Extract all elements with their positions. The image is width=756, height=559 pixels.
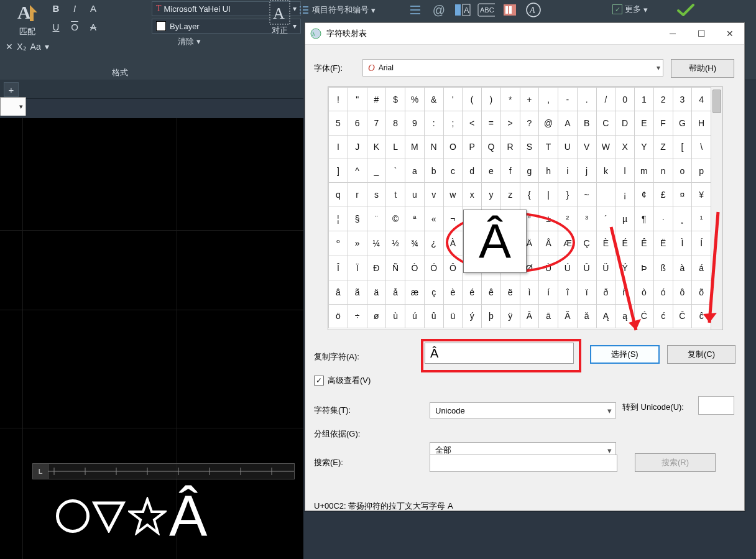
- char-cell[interactable]: t: [386, 183, 405, 206]
- char-cell[interactable]: ¢: [635, 183, 654, 206]
- char-cell[interactable]: è: [443, 280, 463, 304]
- small-tool-3[interactable]: Aa: [30, 41, 41, 52]
- char-cell[interactable]: ,: [539, 88, 558, 111]
- column-icon[interactable]: A: [454, 2, 471, 17]
- char-cell[interactable]: X: [615, 135, 635, 159]
- new-tab-button[interactable]: +: [4, 82, 19, 97]
- char-cell[interactable]: ³: [577, 206, 596, 231]
- char-cell[interactable]: þ: [482, 304, 501, 328]
- char-cell[interactable]: A: [558, 111, 578, 135]
- char-cell[interactable]: Ï: [348, 256, 367, 280]
- abc-icon[interactable]: ABC: [477, 2, 495, 17]
- char-cell[interactable]: ¾: [405, 231, 425, 256]
- char-cell[interactable]: f: [500, 159, 520, 182]
- small-tool-2[interactable]: X₂: [17, 41, 26, 52]
- char-cell[interactable]: J: [348, 135, 367, 159]
- char-cell[interactable]: º: [329, 231, 348, 256]
- char-cell[interactable]: Ò: [405, 256, 425, 280]
- clear-format[interactable]: 清除 ▾: [178, 36, 201, 47]
- more-dropdown[interactable]: ✓ 更多 ▾: [612, 4, 648, 15]
- char-cell[interactable]: ¤: [673, 183, 692, 206]
- char-cell[interactable]: Æ: [558, 231, 578, 256]
- char-cell[interactable]: §: [348, 206, 367, 231]
- char-cell[interactable]: ü: [443, 304, 463, 328]
- char-cell[interactable]: ¡: [615, 183, 635, 206]
- char-cell[interactable]: ´: [596, 206, 615, 231]
- char-cell[interactable]: Ý: [615, 256, 635, 280]
- char-cell[interactable]: 7: [367, 111, 386, 135]
- char-cell[interactable]: ¸: [673, 206, 692, 231]
- char-cell[interactable]: ¹: [692, 206, 711, 231]
- char-cell[interactable]: [: [673, 135, 692, 159]
- char-cell[interactable]: n: [653, 159, 673, 182]
- char-cell[interactable]: +: [520, 88, 539, 111]
- char-cell[interactable]: Ê: [635, 231, 654, 256]
- small-tool-1[interactable]: ✕: [6, 41, 13, 52]
- font-select[interactable]: O Arial ▾: [362, 59, 663, 76]
- char-cell[interactable]: æ: [405, 280, 425, 304]
- char-cell[interactable]: :: [424, 111, 443, 135]
- char-cell[interactable]: m: [635, 159, 654, 182]
- char-cell[interactable]: ©: [386, 206, 405, 231]
- char-cell[interactable]: O: [443, 135, 463, 159]
- underline-icon[interactable]: U: [48, 20, 63, 34]
- char-cell[interactable]: _: [367, 159, 386, 182]
- char-cell[interactable]: ù: [386, 304, 405, 328]
- char-cell[interactable]: ?: [520, 111, 539, 135]
- text-ruler[interactable]: L: [32, 463, 295, 479]
- match-icon[interactable]: A: [15, 0, 40, 25]
- char-cell[interactable]: ]: [329, 159, 348, 182]
- char-cell[interactable]: Í: [692, 231, 711, 256]
- char-cell[interactable]: ¶: [635, 206, 654, 231]
- char-cell[interactable]: ô: [673, 280, 692, 304]
- char-cell[interactable]: @: [539, 111, 558, 135]
- char-cell[interactable]: ä: [367, 280, 386, 304]
- char-cell[interactable]: }: [558, 183, 578, 206]
- char-cell[interactable]: =: [482, 111, 501, 135]
- char-cell[interactable]: E: [635, 111, 654, 135]
- inserted-text[interactable]: Â: [56, 485, 298, 547]
- copy-button[interactable]: 复制(C): [667, 345, 735, 364]
- char-cell[interactable]: r: [348, 183, 367, 206]
- char-cell[interactable]: S: [520, 135, 539, 159]
- dialog-titlebar[interactable]: λ 字符映射表 ─ ☐ ✕: [305, 23, 744, 45]
- char-cell[interactable]: ^: [348, 159, 367, 182]
- char-cell[interactable]: y: [482, 183, 501, 206]
- char-cell[interactable]: i: [558, 159, 578, 182]
- char-cell[interactable]: û: [424, 304, 443, 328]
- char-cell[interactable]: ć: [653, 304, 673, 328]
- char-cell[interactable]: w: [443, 183, 463, 206]
- strike-icon[interactable]: A: [86, 20, 101, 34]
- active-tab[interactable]: ▾: [0, 97, 26, 116]
- circle-a-icon[interactable]: A: [525, 2, 542, 17]
- char-cell[interactable]: ': [443, 88, 463, 111]
- char-cell[interactable]: ö: [329, 304, 348, 328]
- char-cell[interactable]: Ă: [558, 304, 578, 328]
- char-cell[interactable]: ¥: [692, 183, 711, 206]
- char-cell[interactable]: Ā: [520, 304, 539, 328]
- commit-button[interactable]: [675, 2, 696, 17]
- char-cell[interactable]: Ĉ: [673, 304, 692, 328]
- char-cell[interactable]: ã: [348, 280, 367, 304]
- char-cell[interactable]: e: [482, 159, 501, 182]
- char-cell[interactable]: {: [520, 183, 539, 206]
- char-cell[interactable]: M: [405, 135, 425, 159]
- overline-icon[interactable]: O: [67, 20, 82, 34]
- char-cell[interactable]: «: [424, 206, 443, 231]
- search-button[interactable]: 搜索(R): [635, 453, 716, 472]
- char-cell[interactable]: ą: [615, 304, 635, 328]
- char-cell[interactable]: ß: [653, 256, 673, 280]
- linespacing-icon[interactable]: [407, 2, 424, 17]
- help-button[interactable]: 帮助(H): [671, 59, 734, 78]
- char-cell[interactable]: ;: [443, 111, 463, 135]
- char-cell[interactable]: P: [463, 135, 482, 159]
- char-cell[interactable]: v: [424, 183, 443, 206]
- char-cell[interactable]: u: [405, 183, 425, 206]
- char-cell[interactable]: Å: [539, 231, 558, 256]
- char-cell[interactable]: g: [520, 159, 539, 182]
- char-cell[interactable]: a: [405, 159, 425, 182]
- char-cell[interactable]: ø: [367, 304, 386, 328]
- minimize-button[interactable]: ─: [658, 23, 687, 44]
- char-cell[interactable]: Î: [329, 256, 348, 280]
- charset-select[interactable]: Unicode▾: [430, 402, 616, 418]
